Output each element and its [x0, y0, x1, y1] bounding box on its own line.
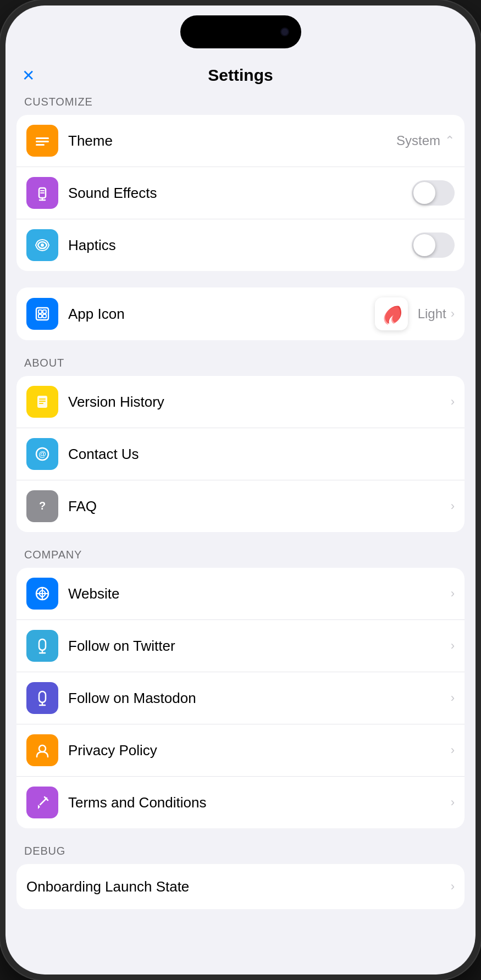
svg-rect-27 [39, 691, 46, 702]
app-icon-icon [26, 298, 58, 330]
theme-current-value: System [396, 133, 440, 148]
debug-card: Onboarding Launch State › [16, 864, 465, 909]
close-icon: ✕ [22, 67, 35, 85]
haptics-toggle[interactable] [412, 232, 455, 258]
theme-chevron: ⌃ [445, 134, 455, 148]
version-history-icon [26, 386, 58, 418]
privacy-policy-row[interactable]: Privacy Policy › [16, 724, 465, 776]
theme-label: Theme [68, 132, 396, 150]
sound-effects-label: Sound Effects [68, 185, 412, 202]
mastodon-icon [26, 682, 58, 714]
faq-chevron: › [451, 499, 455, 513]
svg-point-8 [41, 243, 44, 247]
debug-section: DEBUG Onboarding Launch State › [16, 845, 465, 909]
theme-value: System ⌃ [396, 133, 455, 148]
mastodon-label: Follow on Mastodon [68, 690, 451, 707]
phone-screen: ✕ Settings CUSTOMIZE [5, 5, 476, 975]
terms-label: Terms and Conditions [68, 794, 451, 811]
twitter-label: Follow on Twitter [68, 638, 451, 655]
sound-effects-icon [26, 177, 58, 209]
website-row[interactable]: Website › [16, 568, 465, 619]
haptics-row[interactable]: Haptics [16, 219, 465, 271]
app-icon-value: Light › [375, 297, 455, 330]
privacy-policy-chevron: › [451, 743, 455, 757]
onboarding-label: Onboarding Launch State [26, 878, 451, 895]
website-icon [26, 578, 58, 610]
contact-us-row[interactable]: @ Contact Us [16, 428, 465, 480]
faq-icon: ? [26, 490, 58, 522]
svg-rect-0 [36, 137, 49, 139]
contact-us-icon: @ [26, 438, 58, 470]
haptics-icon [26, 229, 58, 261]
haptics-label: Haptics [68, 237, 412, 254]
onboarding-row[interactable]: Onboarding Launch State › [16, 864, 465, 909]
svg-rect-2 [36, 144, 45, 146]
faq-label: FAQ [68, 498, 451, 515]
app-icon-chevron: › [451, 307, 455, 321]
sound-effects-row[interactable]: Sound Effects [16, 167, 465, 219]
version-history-label: Version History [68, 394, 451, 411]
theme-row[interactable]: Theme System ⌃ [16, 115, 465, 167]
page-title: Settings [208, 66, 273, 85]
svg-rect-10 [38, 310, 42, 313]
website-chevron: › [451, 586, 455, 601]
power-button [479, 214, 481, 313]
privacy-policy-icon [26, 734, 58, 766]
svg-rect-9 [36, 308, 48, 320]
customize-section-label: CUSTOMIZE [16, 96, 465, 108]
terms-chevron: › [451, 795, 455, 810]
close-button[interactable]: ✕ [22, 67, 35, 85]
svg-rect-24 [39, 639, 46, 650]
app-icon-preview [375, 297, 408, 330]
volume-down-button [0, 286, 2, 352]
twitter-chevron: › [451, 639, 455, 653]
website-label: Website [68, 585, 451, 602]
version-history-chevron: › [451, 395, 455, 409]
volume-up-button [0, 209, 2, 275]
about-card: Version History › @ Contact Us [16, 376, 465, 532]
app-icon-current-value: Light [418, 306, 446, 322]
phone-frame: ✕ Settings CUSTOMIZE [0, 0, 481, 980]
contact-us-label: Contact Us [68, 446, 455, 463]
dynamic-island [180, 15, 301, 48]
customize-card: Theme System ⌃ [16, 115, 465, 271]
terms-icon [26, 787, 58, 818]
svg-rect-12 [38, 314, 42, 318]
app-icon-row[interactable]: App Icon Light › [16, 287, 465, 340]
company-section-label: COMPANY [16, 549, 465, 561]
app-icon-label: App Icon [68, 306, 375, 323]
mastodon-row[interactable]: Follow on Mastodon › [16, 672, 465, 724]
terms-row[interactable]: Terms and Conditions › [16, 776, 465, 828]
settings-content: ✕ Settings CUSTOMIZE [5, 5, 476, 975]
debug-section-label: DEBUG [16, 845, 465, 857]
camera-dot [280, 27, 289, 36]
mute-button [0, 159, 2, 198]
twitter-row[interactable]: Follow on Twitter › [16, 619, 465, 672]
twitter-icon [26, 630, 58, 662]
customize-section: CUSTOMIZE Theme System [16, 96, 465, 271]
app-icon-section: App Icon Light › [16, 287, 465, 340]
app-icon-card: App Icon Light › [16, 287, 465, 340]
svg-point-30 [39, 745, 46, 752]
faq-row[interactable]: ? FAQ › [16, 480, 465, 532]
mastodon-chevron: › [451, 691, 455, 705]
company-section: COMPANY Website › [16, 549, 465, 828]
svg-text:@: @ [38, 450, 46, 458]
svg-text:?: ? [39, 500, 46, 512]
onboarding-chevron: › [451, 879, 455, 894]
svg-rect-1 [36, 141, 49, 142]
about-section-label: ABOUT [16, 357, 465, 369]
sound-effects-toggle[interactable] [412, 180, 455, 206]
version-history-row[interactable]: Version History › [16, 376, 465, 428]
about-section: ABOUT Version History [16, 357, 465, 532]
company-card: Website › Follow on Twitter [16, 568, 465, 828]
theme-icon [26, 125, 58, 157]
svg-rect-11 [43, 310, 46, 313]
svg-rect-13 [43, 314, 46, 318]
privacy-policy-label: Privacy Policy [68, 742, 451, 759]
settings-header: ✕ Settings [5, 60, 476, 96]
